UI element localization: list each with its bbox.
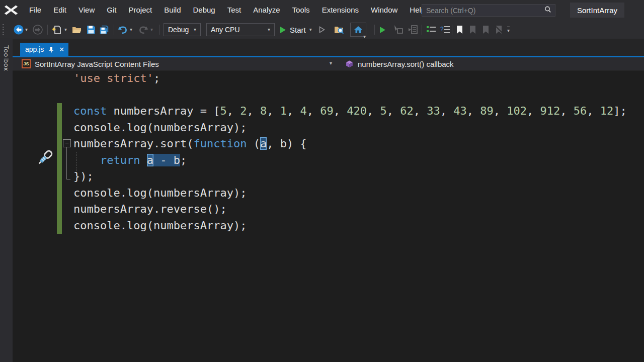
- open-file-button[interactable]: [71, 20, 83, 39]
- redo-button[interactable]: [138, 20, 149, 39]
- code-token-num: 33: [427, 105, 440, 117]
- start-play-icon: [280, 26, 286, 34]
- code-token-num: 56: [574, 105, 587, 117]
- new-file-dropdown[interactable]: ▾: [64, 20, 67, 39]
- code-token-num: 5: [380, 105, 386, 117]
- code-token-pl: ,: [287, 105, 300, 117]
- code-token-pl: ,: [334, 105, 347, 117]
- code-token-pl: (: [247, 137, 260, 150]
- menu-item-tools[interactable]: Tools: [286, 0, 316, 20]
- solution-configuration-dropdown[interactable]: Debug ▾: [164, 23, 201, 36]
- save-button[interactable]: [86, 20, 97, 39]
- code-line[interactable]: const numbersArray = [5, 2, 8, 1, 4, 69,…: [73, 103, 627, 120]
- code-line[interactable]: return a - b;: [73, 152, 627, 169]
- toolbar-separator: [374, 25, 375, 35]
- find-in-files-button[interactable]: [334, 20, 345, 39]
- code-token-kw: return: [100, 154, 140, 166]
- code-line[interactable]: console.log(numbersArray);: [73, 218, 627, 234]
- menu-item-debug[interactable]: Debug: [187, 0, 221, 20]
- toolbar-grip-handle[interactable]: [3, 24, 4, 35]
- solution-platform-dropdown[interactable]: Any CPU ▾: [206, 23, 275, 36]
- code-token-pl: ,: [227, 105, 240, 117]
- standard-toolbar: ▾ ▾: [0, 20, 644, 39]
- save-all-button[interactable]: [99, 20, 110, 39]
- navigation-bar: JS SortIntArray JavaScript Content Files…: [13, 57, 644, 70]
- member-dropdown[interactable]: numbersArray.sort() callback: [346, 57, 454, 70]
- code-token-pl: console.log(numbersArray);: [73, 187, 247, 199]
- code-token-pl: ;: [153, 72, 160, 84]
- code-line[interactable]: numbersArray.sort(function (a, b) {: [73, 136, 627, 152]
- code-line[interactable]: });: [73, 168, 627, 185]
- navigate-statement-button[interactable]: [408, 20, 419, 39]
- code-token-pl: ,: [527, 105, 540, 117]
- code-line[interactable]: [73, 87, 627, 104]
- menu-item-view[interactable]: View: [72, 0, 101, 20]
- code-editor[interactable]: − 'use strict';const numbersArray = [5, …: [13, 70, 644, 362]
- start-debugging-button[interactable]: Start ▾: [280, 20, 312, 39]
- search-box[interactable]: [422, 4, 555, 17]
- document-lines-icon: [408, 24, 419, 35]
- attach-to-process-button[interactable]: [392, 20, 404, 39]
- menu-item-project[interactable]: Project: [122, 0, 158, 20]
- menu-item-extensions[interactable]: Extensions: [316, 0, 365, 20]
- menu-item-edit[interactable]: Edit: [47, 0, 72, 20]
- start-without-debugging-button[interactable]: [319, 20, 325, 39]
- tab-app-js[interactable]: app.js ✕: [20, 43, 68, 56]
- project-scope-dropdown[interactable]: JS SortIntArray JavaScript Content Files: [22, 57, 159, 70]
- code-token-pl: ,: [467, 105, 480, 117]
- code-line[interactable]: 'use strict';: [73, 70, 627, 87]
- redo-icon: [138, 24, 149, 35]
- toggle-bookmark-button[interactable]: [456, 20, 463, 39]
- code-content[interactable]: 'use strict';const numbersArray = [5, 2,…: [73, 70, 627, 234]
- menu-item-test[interactable]: Test: [221, 0, 248, 20]
- menu-item-window[interactable]: Window: [365, 0, 404, 20]
- code-token-num: 420: [347, 105, 367, 117]
- toolbar-separator: [452, 25, 452, 35]
- chevron-down-icon[interactable]: ▾: [330, 61, 332, 66]
- code-token-sel: - b: [153, 154, 180, 166]
- toolbar-separator: [159, 25, 159, 35]
- visual-studio-window: FileEditViewGitProjectBuildDebugTestAnal…: [0, 0, 644, 362]
- menu-item-build[interactable]: Build: [158, 0, 187, 20]
- clear-bookmarks-button[interactable]: [495, 20, 503, 39]
- search-input[interactable]: [422, 7, 544, 15]
- previous-bookmark-button[interactable]: [469, 20, 476, 39]
- next-bookmark-button[interactable]: [482, 20, 490, 39]
- fold-collapse-box[interactable]: −: [63, 139, 71, 147]
- list-members-button[interactable]: ?: [440, 20, 451, 39]
- toolbar-separator: [47, 25, 48, 35]
- menu-item-git[interactable]: Git: [101, 0, 122, 20]
- toolbox-tab-label[interactable]: Toolbox: [3, 45, 10, 71]
- navigate-back-button[interactable]: [13, 20, 24, 39]
- line-annotations-button[interactable]: [426, 20, 437, 39]
- bookmark-icon: [456, 25, 463, 34]
- code-line[interactable]: console.log(numbersArray);: [73, 185, 627, 202]
- code-line[interactable]: numbersArray.reverse();: [73, 201, 627, 218]
- navigate-forward-button[interactable]: [32, 20, 43, 39]
- pin-icon[interactable]: [48, 46, 54, 53]
- new-file-button[interactable]: [51, 20, 62, 39]
- find-in-files-icon: [334, 24, 345, 35]
- navigate-back-dropdown[interactable]: ▾: [25, 20, 28, 39]
- code-token-num: 89: [480, 105, 494, 117]
- code-line[interactable]: console.log(numbersArray);: [73, 120, 627, 136]
- run-code-button[interactable]: [379, 20, 386, 39]
- solution-name-badge: SortIntArray: [570, 3, 624, 18]
- undo-icon: [117, 24, 128, 35]
- search-icon[interactable]: [544, 6, 555, 16]
- code-token-pl: ;: [180, 154, 187, 166]
- undo-button[interactable]: [117, 20, 128, 39]
- menu-item-analyze[interactable]: Analyze: [247, 0, 286, 20]
- menu-item-file[interactable]: File: [23, 0, 47, 20]
- code-token-pl: [73, 154, 100, 166]
- screwdriver-suggestion-icon[interactable]: [34, 147, 56, 169]
- javascript-file-icon: JS: [22, 59, 31, 68]
- toolbar-overflow-button[interactable]: ▾: [507, 20, 510, 39]
- close-icon[interactable]: ✕: [59, 46, 64, 53]
- toolbar-separator: [114, 25, 114, 35]
- redo-dropdown[interactable]: ▾: [150, 20, 153, 39]
- code-token-num: 8: [260, 105, 267, 117]
- toolbox-side-strip[interactable]: Toolbox: [0, 39, 13, 362]
- undo-dropdown[interactable]: ▾: [130, 20, 132, 39]
- open-folder-icon: [71, 24, 83, 35]
